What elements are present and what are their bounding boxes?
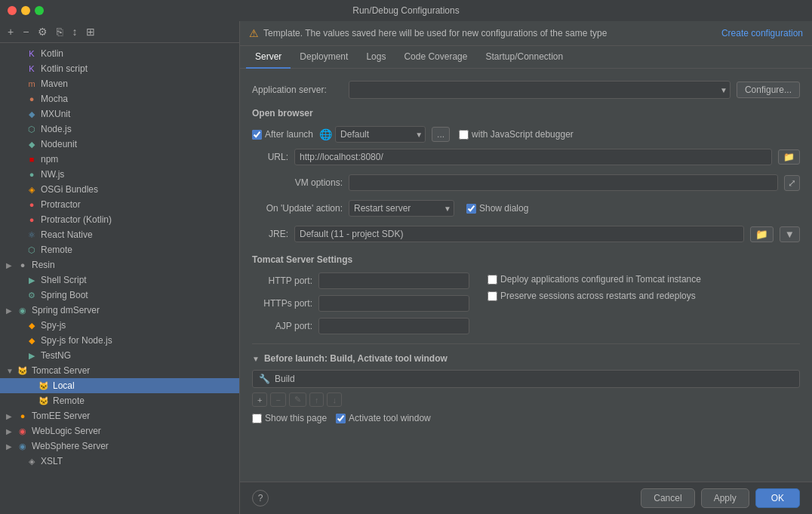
sidebar-item-spy-js[interactable]: ◆ Spy-js <box>0 318 239 333</box>
on-update-select[interactable]: Restart server <box>349 200 454 217</box>
activate-tool-window-checkbox[interactable] <box>336 414 346 423</box>
add-button[interactable]: + <box>5 24 17 39</box>
sort-button[interactable]: ↕ <box>69 24 80 39</box>
sidebar-item-shell-script[interactable]: ▶ Shell Script <box>0 272 239 288</box>
osgi-icon: ◈ <box>26 183 38 195</box>
resin-icon: ● <box>17 259 29 271</box>
show-this-page-checkbox[interactable] <box>252 414 262 423</box>
sidebar-item-spring-boot[interactable]: ⚙ Spring Boot <box>0 288 239 303</box>
activate-tool-window-label: Activate tool window <box>349 413 431 423</box>
apply-button[interactable]: Apply <box>701 488 749 508</box>
js-debugger-checkbox[interactable] <box>459 130 469 140</box>
sidebar-item-label: Nodeunit <box>41 139 77 149</box>
js-debugger-checkbox-label[interactable]: with JavaScript debugger <box>459 129 574 140</box>
jre-browse-button[interactable]: 📁 <box>750 226 774 242</box>
window-controls[interactable] <box>8 6 44 15</box>
sidebar-item-label: WebSphere Server <box>32 441 109 451</box>
sidebar-item-weblogic[interactable]: ▶ ◉ WebLogic Server <box>0 423 239 439</box>
deploy-apps-checkbox[interactable] <box>488 275 497 285</box>
expand-arrow: ▶ <box>6 442 15 451</box>
show-this-page-checkbox-label[interactable]: Show this page <box>252 413 327 423</box>
sidebar-item-remote[interactable]: ⬡ Remote <box>0 242 239 257</box>
http-port-input[interactable] <box>318 272 469 289</box>
browser-select[interactable]: Default <box>335 126 426 143</box>
show-dialog-checkbox[interactable] <box>466 204 476 214</box>
sidebar-item-label: Remote <box>41 245 72 255</box>
url-input[interactable] <box>294 149 772 165</box>
sidebar-item-nodejs[interactable]: ⬡ Node.js <box>0 122 239 137</box>
sidebar-item-local[interactable]: 🐱 Local <box>0 378 239 393</box>
sidebar-item-spring-dm[interactable]: ▶ ◉ Spring dmServer <box>0 303 239 318</box>
after-launch-checkbox-label[interactable]: After launch <box>252 129 313 140</box>
tab-code-coverage[interactable]: Code Coverage <box>395 46 476 69</box>
vm-options-input[interactable] <box>349 174 778 191</box>
sidebar-item-npm[interactable]: ■ npm <box>0 152 239 167</box>
jre-input[interactable] <box>294 226 744 242</box>
sidebar-item-xslt[interactable]: ◈ XSLT <box>0 454 239 469</box>
sidebar-item-protractor-kotlin[interactable]: ● Protractor (Kotlin) <box>0 212 239 227</box>
settings-button[interactable]: ⚙ <box>35 24 51 39</box>
ports-right: Deploy applications configured in Tomcat… <box>488 272 701 301</box>
after-launch-checkbox[interactable] <box>252 130 262 140</box>
cancel-button[interactable]: Cancel <box>641 488 694 508</box>
sidebar-item-mxunit[interactable]: ◆ MXUnit <box>0 106 239 122</box>
configure-button[interactable]: Configure... <box>737 82 800 98</box>
show-this-row: Show this page Activate tool window <box>252 413 800 423</box>
tabs-bar: Server Deployment Logs Code Coverage Sta… <box>240 46 812 69</box>
sidebar-item-label: Local <box>53 380 75 391</box>
bl-edit-button[interactable]: ✎ <box>289 392 306 407</box>
https-port-input[interactable] <box>318 295 469 312</box>
app-server-select[interactable] <box>349 81 730 99</box>
sidebar-item-maven[interactable]: m Maven <box>0 76 239 91</box>
kotlin-script-icon: K <box>26 63 38 75</box>
create-configuration-link[interactable]: Create configuration <box>721 28 803 38</box>
bl-down-button[interactable]: ↓ <box>327 392 342 407</box>
sidebar-item-resin[interactable]: ▶ ● Resin <box>0 257 239 272</box>
show-dialog-checkbox-label[interactable]: Show dialog <box>466 203 528 214</box>
tab-deployment[interactable]: Deployment <box>291 46 357 69</box>
deploy-apps-checkbox-label[interactable]: Deploy applications configured in Tomcat… <box>488 274 701 285</box>
help-button[interactable]: ? <box>252 490 269 506</box>
websphere-icon: ◉ <box>17 440 29 452</box>
copy-button[interactable]: ⎘ <box>54 24 66 39</box>
tab-server[interactable]: Server <box>246 46 291 69</box>
jre-dropdown-button[interactable]: ▼ <box>780 226 800 242</box>
sidebar-item-kotlin-script[interactable]: K Kotlin script <box>0 61 239 76</box>
sidebar-item-tomcat-server[interactable]: ▼ 🐱 Tomcat Server <box>0 363 239 378</box>
sidebar-item-mocha[interactable]: ● Mocha <box>0 91 239 106</box>
preserve-sessions-checkbox[interactable] <box>488 291 497 301</box>
sidebar-item-react-native[interactable]: ⚛ React Native <box>0 227 239 242</box>
sidebar-item-osgi[interactable]: ◈ OSGi Bundles <box>0 182 239 197</box>
close-button[interactable] <box>8 6 17 15</box>
sidebar-item-nodeunit[interactable]: ◆ Nodeunit <box>0 137 239 152</box>
before-launch-header[interactable]: ▼ Before launch: Build, Activate tool wi… <box>252 353 800 364</box>
kotlin-icon: K <box>26 48 38 60</box>
sidebar-item-tomcat-remote[interactable]: 🐱 Remote <box>0 393 239 408</box>
sidebar-item-tomee[interactable]: ▶ ● TomEE Server <box>0 408 239 423</box>
url-browse-button[interactable]: 📁 <box>778 149 800 165</box>
ports-left: HTTP port: HTTPs port: AJP port: <box>252 272 469 334</box>
bl-add-button[interactable]: + <box>252 392 267 407</box>
preserve-sessions-checkbox-label[interactable]: Preserve sessions across restarts and re… <box>488 291 701 301</box>
ajp-port-input[interactable] <box>318 318 469 334</box>
sidebar-item-testng[interactable]: ▶ TestNG <box>0 348 239 363</box>
remove-button[interactable]: − <box>20 24 32 39</box>
activate-tool-window-checkbox-label[interactable]: Activate tool window <box>336 413 431 423</box>
sidebar-item-label: NW.js <box>41 169 64 180</box>
tab-startup-connection[interactable]: Startup/Connection <box>476 46 572 69</box>
browser-ellipsis-button[interactable]: ... <box>432 127 450 142</box>
show-this-page-label: Show this page <box>265 413 327 423</box>
minimize-button[interactable] <box>21 6 30 15</box>
sidebar-item-nwjs[interactable]: ● NW.js <box>0 167 239 182</box>
bl-remove-button[interactable]: − <box>270 392 285 407</box>
bl-up-button[interactable]: ↑ <box>309 392 324 407</box>
vm-expand-button[interactable]: ⤢ <box>784 175 800 191</box>
sidebar-item-websphere[interactable]: ▶ ◉ WebSphere Server <box>0 439 239 454</box>
sidebar-item-kotlin[interactable]: K Kotlin <box>0 46 239 61</box>
tab-logs[interactable]: Logs <box>357 46 395 69</box>
filter-button[interactable]: ⊞ <box>83 24 98 39</box>
maximize-button[interactable] <box>35 6 44 15</box>
sidebar-item-protractor[interactable]: ● Protractor <box>0 197 239 212</box>
ok-button[interactable]: OK <box>755 488 800 508</box>
sidebar-item-spy-js-node[interactable]: ◆ Spy-js for Node.js <box>0 333 239 348</box>
